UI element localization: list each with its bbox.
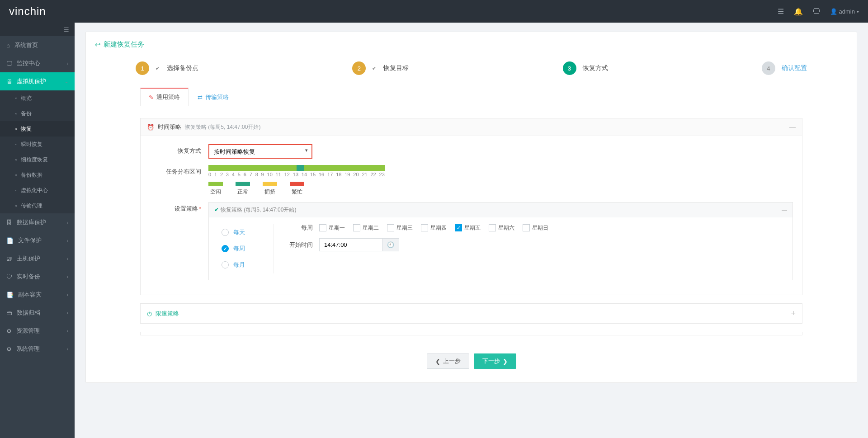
panel-title: 时间策略 [158, 123, 181, 131]
host-icon: 🖳 [6, 255, 12, 262]
hour-tick: 2 [220, 172, 223, 177]
day-4[interactable]: ✓星期五 [455, 224, 481, 232]
next-icon: ❯ [503, 358, 508, 365]
hour-tick: 7 [250, 172, 252, 177]
sidebar-sub-2-5[interactable]: ▫备份数据 [0, 167, 75, 183]
sidebar-sub-2-7[interactable]: ▫传输代理 [0, 198, 75, 213]
checkbox-icon: ✓ [455, 224, 462, 231]
sidebar-item-4[interactable]: 📄文件保护 ‹ [0, 231, 75, 250]
gauge-icon: ◷ [147, 310, 152, 317]
sidebar-item-7[interactable]: 📑副本容灾 ‹ [0, 286, 75, 304]
user-menu[interactable]: 👤 admin ▾ [830, 8, 859, 15]
list-icon[interactable]: ☰ [778, 7, 784, 16]
time-picker-button[interactable]: 🕘 [382, 238, 399, 251]
res-icon: ⚙ [6, 328, 12, 334]
hour-tick: 9 [261, 172, 264, 177]
hour-tick: 22 [370, 172, 376, 177]
hour-tick: 12 [284, 172, 290, 177]
hour-tick: 4 [232, 172, 235, 177]
home-icon: ⌂ [6, 42, 10, 49]
freq-1[interactable]: 每周 [222, 245, 274, 253]
day-2[interactable]: 星期三 [387, 224, 413, 232]
sub-icon: ▫ [15, 126, 17, 132]
tab-0[interactable]: ✎ 通用策略 [140, 88, 189, 106]
policy-label: 设置策略* [150, 202, 208, 213]
bell-icon[interactable]: 🔔 [794, 7, 803, 16]
legend-yellow: 拥挤 [263, 182, 277, 196]
sub-icon: ▫ [15, 156, 17, 163]
back-arrow-icon[interactable]: ↩ [95, 41, 101, 49]
collapse-icon[interactable]: — [789, 123, 796, 131]
hour-tick: 0 [208, 172, 211, 177]
hour-tick: 17 [327, 172, 333, 177]
screen-icon[interactable]: 🖵 [813, 7, 820, 15]
sub-icon: ▫ [15, 172, 17, 178]
rt-icon: 🛡 [6, 273, 12, 280]
chevron-icon: ⌄ [65, 79, 68, 84]
chevron-icon: ‹ [67, 347, 68, 352]
hour-tick: 14 [302, 172, 307, 177]
sidebar-collapse[interactable]: ☰ [0, 23, 75, 36]
sidebar-sub-2-4[interactable]: ▫细粒度恢复 [0, 152, 75, 167]
hour-tick: 15 [310, 172, 316, 177]
day-6[interactable]: 星期日 [523, 224, 548, 232]
legend-green: 空闲 [208, 182, 223, 196]
file-icon: 📄 [6, 237, 14, 244]
collapsed-panel [140, 332, 802, 335]
checkbox-icon [421, 224, 428, 231]
hour-tick: 3 [226, 172, 229, 177]
speed-limit-panel[interactable]: ◷限速策略 + [140, 303, 802, 324]
sidebar-item-9[interactable]: ⚙资源管理 ‹ [0, 322, 75, 340]
tab-1[interactable]: ⇄ 传输策略 [189, 88, 237, 106]
sidebar: ☰ ⌂系统首页 🖵监控中心 ‹ 🖥虚拟机保护 ⌄ ▫概览▫备份▫恢复▫瞬时恢复▫… [0, 23, 75, 438]
time-policy-panel: ⏰ 时间策略 恢复策略 (每周5, 14:47:00开始) — 恢复方式 按时间… [140, 118, 802, 295]
sidebar-item-1[interactable]: 🖵监控中心 ‹ [0, 54, 75, 72]
prev-icon: ❮ [435, 358, 440, 365]
chevron-icon: ‹ [67, 256, 68, 261]
sidebar-item-10[interactable]: ⚙系统管理 ‹ [0, 340, 75, 358]
weekly-label: 每周 [283, 224, 319, 232]
db-icon: 🗄 [6, 219, 12, 226]
chevron-icon: ‹ [67, 238, 68, 243]
sidebar-item-5[interactable]: 🖳主机保护 ‹ [0, 250, 75, 268]
sidebar-item-8[interactable]: 🗃数据归档 ‹ [0, 304, 75, 322]
check-icon: ✔ [156, 66, 160, 71]
chevron-icon: ‹ [67, 274, 68, 279]
restore-mode-select[interactable]: 按时间策略恢复 [208, 144, 312, 159]
tab-icon: ✎ [149, 94, 154, 101]
hour-tick: 13 [293, 172, 298, 177]
step-4: 4 确认配置 [762, 61, 807, 75]
sidebar-item-2[interactable]: 🖥虚拟机保护 ⌄ [0, 72, 75, 90]
chevron-icon: ‹ [67, 329, 68, 334]
hour-tick: 20 [353, 172, 359, 177]
copy-icon: 📑 [6, 292, 14, 298]
day-0[interactable]: 星期一 [319, 224, 345, 232]
radio-icon [222, 229, 229, 236]
hour-tick: 5 [238, 172, 241, 177]
sidebar-item-0[interactable]: ⌂系统首页 [0, 36, 75, 54]
freq-0[interactable]: 每天 [222, 228, 274, 236]
sidebar-item-6[interactable]: 🛡实时备份 ‹ [0, 268, 75, 286]
day-3[interactable]: 星期四 [421, 224, 447, 232]
sidebar-sub-2-3[interactable]: ▫瞬时恢复 [0, 137, 75, 152]
day-5[interactable]: 星期六 [489, 224, 514, 232]
next-button[interactable]: 下一步❯ [474, 353, 516, 369]
sidebar-sub-2-2[interactable]: ▫恢复 [0, 121, 75, 137]
hour-tick: 6 [244, 172, 246, 177]
start-time-input[interactable] [319, 238, 382, 251]
sidebar-sub-2-6[interactable]: ▫虚拟化中心 [0, 183, 75, 198]
sidebar-item-3[interactable]: 🗄数据库保护 ‹ [0, 213, 75, 231]
freq-2[interactable]: 每月 [222, 261, 274, 269]
policy-collapse-icon[interactable]: — [782, 207, 787, 213]
plus-icon[interactable]: + [791, 309, 796, 318]
prev-button[interactable]: ❮上一步 [427, 353, 469, 369]
hour-tick: 21 [362, 172, 367, 177]
sidebar-sub-2-1[interactable]: ▫备份 [0, 106, 75, 121]
logo: vinchin [9, 5, 46, 18]
day-1[interactable]: 星期二 [353, 224, 379, 232]
sub-icon: ▫ [15, 110, 17, 117]
check-icon: ✔ [372, 66, 376, 71]
legend-teal: 正常 [236, 182, 250, 196]
start-time-label: 开始时间 [283, 241, 319, 249]
sidebar-sub-2-0[interactable]: ▫概览 [0, 90, 75, 106]
